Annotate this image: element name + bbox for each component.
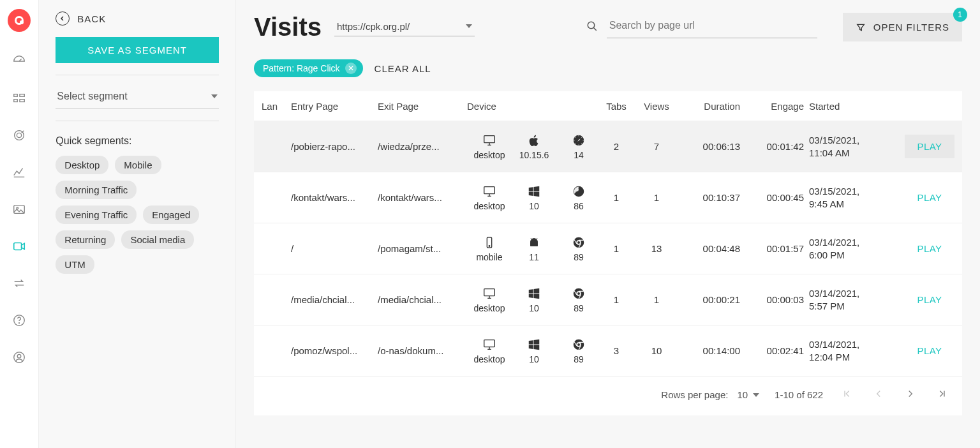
tabs-cell: 1 — [601, 192, 637, 203]
filter-count-badge: 1 — [953, 8, 967, 22]
views-cell: 10 — [637, 345, 681, 356]
browser-cell: 89 — [556, 287, 601, 313]
select-segment-dropdown[interactable]: Select segment — [56, 87, 219, 109]
url-value: https://cpk.org.pl/ — [337, 21, 410, 32]
quick-segment-chip[interactable]: UTM — [56, 255, 94, 274]
svg-rect-25 — [484, 288, 495, 295]
col-entry[interactable]: Entry Page — [291, 101, 378, 112]
duration-cell: 00:10:37 — [681, 192, 745, 203]
table-row[interactable]: //pomagam/st...mobile118911300:04:4800:0… — [254, 223, 962, 274]
col-exit[interactable]: Exit Page — [378, 101, 467, 112]
svg-point-28 — [577, 292, 580, 294]
app-logo[interactable] — [8, 9, 31, 32]
dashboard-icon[interactable] — [11, 54, 27, 69]
col-views[interactable]: Views — [637, 101, 681, 112]
os-cell: 10 — [512, 338, 556, 364]
exit-cell: /media/chcial... — [378, 294, 467, 305]
play-button[interactable]: PLAY — [905, 186, 954, 209]
target-icon[interactable] — [11, 128, 27, 143]
os-cell: 10 — [512, 287, 556, 313]
back-arrow-icon — [56, 11, 70, 26]
svg-point-5 — [17, 133, 21, 137]
quick-segments-label: Quick segments: — [56, 135, 219, 147]
table-row[interactable]: /pobierz-rapo.../wiedza/prze...desktop10… — [254, 121, 962, 172]
chart-icon[interactable] — [11, 165, 27, 180]
os-cell: 11 — [512, 235, 556, 262]
col-engage[interactable]: Engage — [745, 101, 809, 112]
next-page-button[interactable] — [902, 385, 919, 404]
started-cell: 03/15/2021,11:04 AM — [809, 134, 905, 159]
transfer-icon[interactable] — [11, 276, 27, 291]
save-segment-button[interactable]: SAVE AS SEGMENT — [56, 37, 219, 63]
views-cell: 13 — [637, 243, 681, 254]
svg-rect-14 — [484, 135, 495, 142]
browser-cell: 14 — [556, 133, 601, 160]
play-button[interactable]: PLAY — [905, 135, 954, 158]
search-input[interactable] — [607, 16, 817, 38]
quick-segment-chip[interactable]: Desktop — [56, 156, 108, 174]
exit-cell: /pomagam/st... — [378, 243, 467, 254]
svg-point-19 — [489, 245, 489, 246]
play-button[interactable]: PLAY — [905, 288, 954, 311]
rows-per-page-select[interactable]: 10 — [737, 389, 759, 400]
help-icon[interactable] — [11, 313, 27, 328]
quick-segment-chip[interactable]: Social media — [121, 230, 194, 249]
svg-point-32 — [577, 343, 580, 345]
quick-segment-chip[interactable]: Morning Traffic — [56, 181, 137, 199]
table-row[interactable]: /kontakt/wars.../kontakt/wars...desktop1… — [254, 172, 962, 223]
play-button[interactable]: PLAY — [905, 339, 954, 362]
page-title: Visits — [254, 13, 322, 41]
table-header: Lan Entry Page Exit Page Device Tabs Vie… — [254, 91, 962, 121]
col-device[interactable]: Device — [467, 101, 601, 112]
svg-point-13 — [588, 22, 595, 29]
users-icon[interactable] — [11, 91, 27, 106]
clear-all-button[interactable]: CLEAR ALL — [375, 63, 431, 74]
svg-rect-3 — [20, 100, 24, 102]
quick-segment-chip[interactable]: Mobile — [115, 156, 161, 174]
device-type-cell: desktop — [467, 287, 512, 313]
quick-segment-chip[interactable]: Returning — [56, 230, 115, 249]
col-tabs[interactable]: Tabs — [601, 101, 637, 112]
exit-cell: /wiedza/prze... — [378, 141, 467, 152]
tabs-cell: 3 — [601, 345, 637, 356]
user-icon[interactable] — [11, 350, 27, 365]
main: Visits https://cpk.org.pl/ OPEN FILTERS … — [236, 0, 980, 448]
views-cell: 7 — [637, 141, 681, 152]
exit-cell: /o-nas/dokum... — [378, 345, 467, 356]
chevron-down-icon — [753, 393, 759, 397]
tabs-cell: 2 — [601, 141, 637, 152]
browser-cell: 86 — [556, 184, 601, 211]
svg-rect-29 — [484, 340, 495, 347]
table-row[interactable]: /media/chcial.../media/chcial...desktop1… — [254, 274, 962, 325]
svg-rect-16 — [484, 186, 495, 193]
duration-cell: 00:06:13 — [681, 141, 745, 152]
os-cell: 10.15.6 — [512, 133, 556, 160]
select-segment-label: Select segment — [57, 91, 127, 102]
table-row[interactable]: /pomoz/wspol.../o-nas/dokum...desktop108… — [254, 325, 962, 376]
col-lan[interactable]: Lan — [262, 101, 291, 112]
remove-filter-icon[interactable]: ✕ — [345, 63, 357, 74]
active-filter-pill[interactable]: Pattern: Rage Click ✕ — [254, 59, 363, 77]
quick-segment-chip[interactable]: Evening Traffic — [56, 205, 137, 224]
image-icon[interactable] — [11, 202, 27, 217]
video-icon[interactable] — [11, 239, 27, 254]
svg-point-12 — [17, 354, 21, 358]
quick-segment-chip[interactable]: Engaged — [143, 205, 199, 224]
started-cell: 03/14/2021,6:00 PM — [809, 236, 905, 261]
play-button[interactable]: PLAY — [905, 237, 954, 260]
first-page-button[interactable] — [838, 385, 855, 404]
svg-rect-0 — [14, 94, 18, 97]
url-select[interactable]: https://cpk.org.pl/ — [334, 19, 475, 36]
prev-page-button[interactable] — [870, 385, 887, 404]
open-filters-label: OPEN FILTERS — [873, 22, 949, 33]
svg-rect-1 — [14, 100, 18, 102]
col-started[interactable]: Started — [809, 101, 905, 112]
engage-cell: 00:01:57 — [745, 243, 809, 254]
open-filters-button[interactable]: OPEN FILTERS 1 — [843, 13, 962, 41]
pagination-range: 1-10 of 622 — [775, 389, 823, 400]
entry-cell: /pobierz-rapo... — [291, 141, 378, 152]
engage-cell: 00:00:45 — [745, 192, 809, 203]
col-duration[interactable]: Duration — [681, 101, 745, 112]
last-page-button[interactable] — [934, 385, 951, 404]
back-button[interactable]: BACK — [56, 11, 219, 26]
